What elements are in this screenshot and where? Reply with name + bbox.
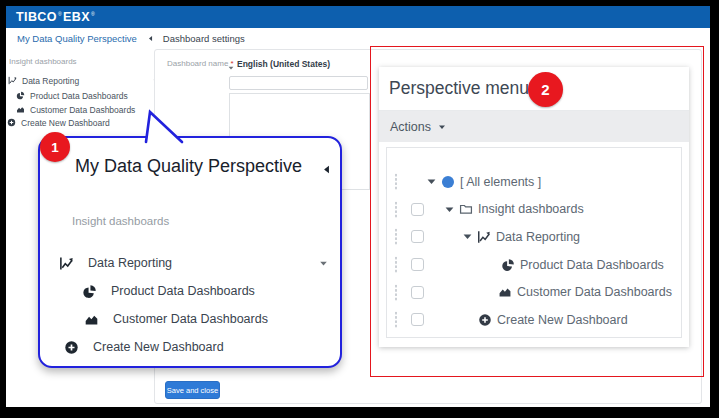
annotation-badge-1: 1: [40, 132, 70, 162]
area-chart-icon: [84, 312, 99, 327]
sidebar-item-customer-data-dashboards[interactable]: Customer Data Dashboards: [16, 103, 135, 116]
tibco-ebx-logo: TIBCO®EBX®: [16, 10, 96, 24]
actions-toolbar: Actions: [379, 111, 689, 142]
caret-down-icon[interactable]: [437, 122, 447, 132]
tree-checkbox[interactable]: [411, 286, 424, 299]
tree-item-label[interactable]: Create New Dashboard: [497, 313, 628, 327]
tree-row-all-elements[interactable]: [ All elements ]: [387, 168, 681, 196]
pie-chart-icon: [501, 258, 515, 272]
blue-circle-icon: [441, 175, 455, 189]
pie-chart-icon: [16, 91, 25, 100]
logo-brand-text: TIBCO: [16, 10, 57, 24]
tree-item-label[interactable]: Data Reporting: [496, 230, 580, 244]
sidebar-item-label[interactable]: Data Reporting: [22, 76, 79, 86]
locale-label[interactable]: English (United States): [237, 59, 330, 69]
caret-down-icon[interactable]: [461, 230, 474, 243]
tree-checkbox[interactable]: [411, 313, 424, 326]
line-chart-icon: [8, 76, 17, 85]
registered-mark: ®: [58, 11, 62, 17]
drag-handle-icon[interactable]: [394, 228, 398, 245]
annotation-badge-2: 2: [528, 72, 563, 107]
tree-row-product-data-dashboards[interactable]: Product Data Dashboards: [387, 251, 681, 279]
perspective-menu-card: Perspective menu 2 Actions [ All element…: [379, 67, 689, 347]
drag-handle-icon[interactable]: [394, 284, 398, 301]
caret-down-icon[interactable]: [443, 203, 456, 216]
drag-handle-icon[interactable]: [394, 173, 398, 190]
callout-perspective-title: My Data Quality Perspective: [75, 156, 302, 177]
tree-item-label[interactable]: [ All elements ]: [460, 175, 541, 189]
callout-item-label[interactable]: Product Data Dashboards: [111, 284, 255, 298]
tree-row-data-reporting[interactable]: Data Reporting: [387, 223, 681, 251]
dashboard-name-input[interactable]: [229, 76, 368, 90]
sidebar-item-data-reporting[interactable]: Data Reporting: [8, 74, 160, 87]
tree-row-insight-dashboards[interactable]: Insight dashboards: [387, 196, 681, 224]
dashboard-name-label: Dashboard name *: [167, 59, 234, 68]
callout-item-data-reporting[interactable]: Data Reporting: [59, 255, 329, 271]
tree-checkbox[interactable]: [411, 203, 424, 216]
plus-circle-icon: [478, 313, 492, 327]
nav-perspective-link[interactable]: My Data Quality Perspective: [17, 33, 137, 44]
tree-checkbox[interactable]: [411, 230, 424, 243]
annotation-callout-bubble: My Data Quality Perspective Insight dash…: [38, 136, 342, 368]
app-header: TIBCO®EBX®: [6, 6, 710, 28]
callout-item-label[interactable]: Data Reporting: [88, 256, 172, 270]
caret-down-icon[interactable]: [425, 175, 438, 188]
caret-down-icon[interactable]: [318, 258, 329, 269]
nav-page-title: Dashboard settings: [163, 33, 245, 44]
callout-item-customer-data-dashboards[interactable]: Customer Data Dashboards: [84, 311, 268, 327]
logo-product-text: EBX: [63, 10, 90, 24]
sidebar-item-create-new-dashboard[interactable]: Create New Dashboard: [7, 116, 110, 129]
caret-left-icon[interactable]: [147, 35, 154, 42]
callout-item-label[interactable]: Customer Data Dashboards: [113, 312, 268, 326]
sidebar-section-label: Insight dashboards: [9, 57, 77, 66]
perspective-menu-title: Perspective menu: [389, 78, 529, 99]
drag-handle-icon[interactable]: [394, 256, 398, 273]
registered-mark: ®: [91, 11, 95, 17]
drag-handle-icon[interactable]: [394, 201, 398, 218]
sidebar-item-product-data-dashboards[interactable]: Product Data Dashboards: [16, 89, 128, 102]
locale-caret-down-icon[interactable]: [227, 64, 235, 72]
sidebar-item-label[interactable]: Create New Dashboard: [21, 118, 110, 128]
sidebar-item-label[interactable]: Product Data Dashboards: [30, 91, 128, 101]
caret-left-icon[interactable]: [321, 164, 332, 175]
plus-circle-icon: [64, 340, 79, 355]
tree-item-label[interactable]: Product Data Dashboards: [520, 258, 664, 272]
callout-item-label[interactable]: Create New Dashboard: [93, 340, 224, 354]
line-chart-icon: [59, 256, 74, 271]
tree-item-label[interactable]: Customer Data Dashboards: [517, 285, 672, 299]
area-chart-icon: [16, 105, 25, 114]
tree-row-create-new-dashboard[interactable]: Create New Dashboard: [387, 306, 681, 334]
save-and-close-button[interactable]: Save and close: [165, 381, 220, 399]
app-window: TIBCO®EBX® My Data Quality Perspective D…: [6, 6, 710, 407]
callout-section-label: Insight dashboards: [72, 215, 169, 227]
callout-item-product-data-dashboards[interactable]: Product Data Dashboards: [82, 283, 255, 299]
drag-handle-icon[interactable]: [394, 311, 398, 328]
perspective-menu-tree: [ All elements ] Insight dashboards: [386, 147, 682, 338]
sidebar-item-label[interactable]: Customer Data Dashboards: [30, 105, 135, 115]
pie-chart-icon: [82, 284, 97, 299]
callout-tail: [136, 105, 196, 149]
tree-row-customer-data-dashboards[interactable]: Customer Data Dashboards: [387, 278, 681, 306]
tree-item-label[interactable]: Insight dashboards: [478, 202, 584, 216]
plus-circle-icon: [7, 118, 16, 127]
callout-item-create-new-dashboard[interactable]: Create New Dashboard: [64, 339, 224, 355]
folder-icon: [459, 202, 473, 216]
line-chart-icon: [477, 230, 491, 244]
area-chart-icon: [498, 285, 512, 299]
tree-checkbox[interactable]: [411, 258, 424, 271]
actions-menu-button[interactable]: Actions: [390, 120, 431, 134]
